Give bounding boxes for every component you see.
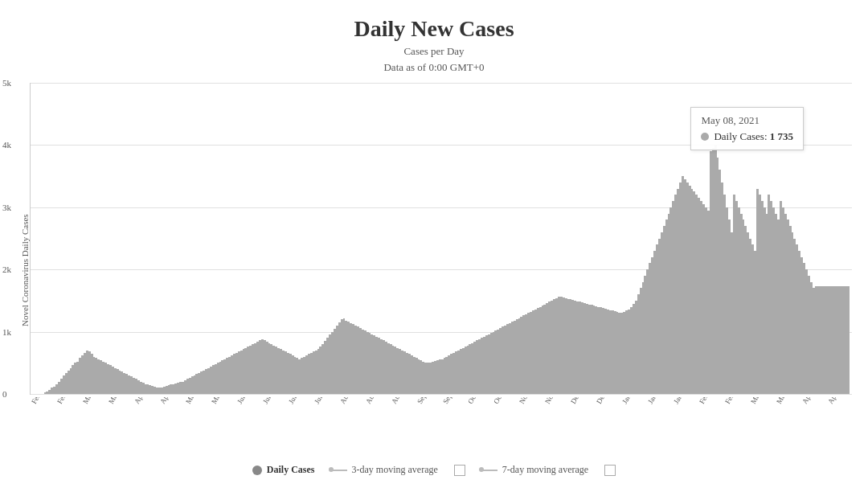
legend-daily-cases: Daily Cases [252,464,315,476]
x-label: Aug 15, 2020 [364,397,391,405]
x-label: Apr 24, 2021 [826,397,852,405]
tooltip-value: Daily Cases: 1 735 [714,130,793,143]
legend: Daily Cases 3-day moving average 7-day m… [252,464,616,476]
x-label: Apr 10, 2021 [800,397,827,405]
y-axis-label: Novel Coronavirus Daily Cases [16,83,30,457]
x-label: Apr 11, 2020 [133,397,158,405]
grid-and-bars: 5k4k3k2k1k0 May 08, 2021 Daily Cases: 1 … [30,83,852,395]
legend-label-3day: 3-day moving average [352,464,438,476]
x-label: Dec 19, 2020 [595,397,621,405]
x-label: Jul 04, 2020 [287,397,312,405]
chart-area: Novel Coronavirus Daily Cases 5k4k3k2k1k… [16,83,852,457]
y-tick-label: 0 [2,389,7,399]
x-label: Mar 13, 2021 [749,397,776,405]
x-label: Jan 30, 2021 [672,397,698,405]
x-label: Oct 10, 2020 [466,397,492,405]
x-label: Oct 24, 2020 [492,397,518,405]
y-tick-label: 5k [2,78,11,88]
x-label: Feb 27, 2021 [723,397,749,405]
legend-label-7day: 7-day moving average [502,464,588,476]
x-label: Feb 13, 2021 [698,397,723,405]
tooltip-row: Daily Cases: 1 735 [701,130,793,143]
x-label: Mar 14, 2020 [81,397,108,405]
legend-dot-daily [252,466,262,475]
x-label: May 09, 2020 [184,397,211,405]
x-label: May 23, 2020 [210,397,237,405]
x-label: Dec 05, 2020 [569,397,596,405]
y-tick-label: 3k [2,203,11,212]
tooltip: May 08, 2021 Daily Cases: 1 735 [690,107,804,150]
y-tick-label: 1k [2,327,11,337]
legend-label-daily: Daily Cases [267,464,315,476]
chart-title: Daily New Cases [354,16,514,42]
x-label: Mar 27, 2021 [775,397,801,405]
x-label: Sep 26, 2020 [441,397,467,405]
x-axis: Feb 15, 2020Feb 29, 2020Mar 14, 2020Mar … [30,397,852,457]
x-label: Nov 07, 2020 [518,397,544,405]
chart-container: Daily New Cases Cases per Day Data as of… [0,0,868,484]
x-label: Nov 21, 2020 [543,397,570,405]
tooltip-dot [701,133,709,141]
chart-inner: 5k4k3k2k1k0 May 08, 2021 Daily Cases: 1 … [30,83,852,457]
x-label: Jun 20, 2020 [261,397,287,405]
x-label: Jun 06, 2020 [235,397,261,405]
legend-3day: 3-day moving average [331,464,438,476]
legend-line-7day [481,470,497,471]
legend-checkbox-7day[interactable] [604,465,616,476]
bar [847,286,850,394]
x-label: Aug 01, 2020 [338,397,365,405]
x-label: Jan 16, 2021 [646,397,672,405]
x-label: Aug 29, 2020 [390,397,416,405]
legend-line-3day [331,470,347,471]
legend-7day: 7-day moving average [481,464,588,476]
x-label: Jul 18, 2020 [313,397,338,405]
y-tick-label: 2k [2,265,11,274]
chart-subtitle: Cases per Day Data as of 0:00 GMT+0 [383,43,484,75]
x-label: Feb 15, 2020 [30,397,55,405]
y-tick-label: 4k [2,140,11,150]
x-label: Jan 02, 2021 [620,397,646,405]
x-label: Feb 29, 2020 [55,397,81,405]
x-label: Mar 28, 2020 [107,397,133,405]
legend-checkbox-3day[interactable] [454,465,465,476]
grid-line [31,394,852,395]
x-label: Sep 12, 2020 [416,397,441,405]
tooltip-date: May 08, 2021 [701,114,793,127]
x-label: Apr 25, 2020 [158,397,185,405]
